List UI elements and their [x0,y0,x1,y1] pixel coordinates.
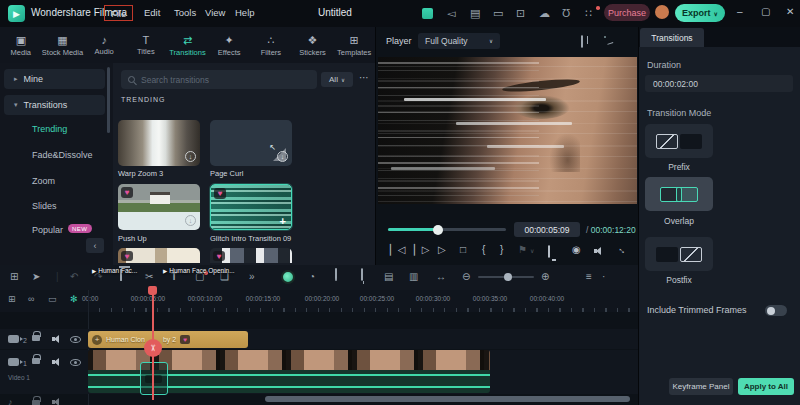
maximize-button[interactable]: ▢ [761,6,770,17]
tab-stickers[interactable]: ❖Stickers [292,27,334,63]
mode-option-prefix[interactable] [645,124,713,158]
apps-grid-icon[interactable]: ∷ [585,7,592,20]
track-manager-icon[interactable]: ≡ [586,271,592,282]
shortcut-keyboard-icon[interactable]: ▭ [493,7,503,20]
gift-icon[interactable] [422,8,433,21]
quality-dropdown[interactable]: Full Quality ∨ [418,33,500,49]
transition-thumb-partial[interactable]: ♥ [118,248,200,263]
timeline-zoom-handle[interactable] [504,273,512,281]
more-tools-icon[interactable]: » [249,271,255,282]
tab-filters[interactable]: ∴Filters [250,27,292,63]
megaphone-icon[interactable]: ◅ [447,7,455,20]
tab-effects[interactable]: ✦Effects [208,27,250,63]
snapshot-button[interactable]: ◉ [572,244,581,255]
filter-dropdown[interactable]: All ∨ [321,72,353,87]
inspector-tab-transitions[interactable]: Transitions [640,28,704,47]
transition-thumb-page-curl[interactable]: ↖ ↓ [210,120,292,166]
applied-transition-clip[interactable] [140,362,168,395]
mark-out-button[interactable]: } [500,244,503,255]
media-browser-icon[interactable]: ⊞ [10,271,18,282]
hide-track-icon[interactable] [70,335,81,345]
select-tool-icon[interactable]: ➤ [32,271,40,282]
menu-view[interactable]: View [199,5,231,21]
lock-track-icon[interactable] [32,331,40,343]
undo-icon[interactable]: ↶ [70,271,78,282]
play-button[interactable]: ▷ [438,244,446,255]
menu-help[interactable]: Help [229,5,261,21]
playhead-handle[interactable] [148,286,157,295]
menu-tools[interactable]: Tools [168,5,202,21]
close-button[interactable]: ✕ [786,6,794,17]
stop-button[interactable]: □ [460,244,466,255]
duplicate-track-icon[interactable]: ⊞ [8,294,16,304]
sidebar-item-popular[interactable]: Popular [32,225,63,235]
purchase-button[interactable]: Purchase [604,4,650,21]
tab-audio[interactable]: ♪Audio [83,27,125,63]
tab-media[interactable]: ▣Media [0,27,42,63]
keyframe-panel-button[interactable]: Keyframe Panel [669,378,733,395]
split-at-playhead-button[interactable]: ✂ [144,339,162,357]
render-preview-icon[interactable]: ▭ [48,294,57,304]
timeline-ruler[interactable]: 00:00 00:00:05:00 00:00:10:00 00:00:15:0… [0,290,638,312]
menu-file[interactable]: File [104,5,133,21]
shield-icon[interactable] [335,269,337,280]
sidebar-item-fade-dissolve[interactable]: Fade&Dissolve [32,150,93,160]
sidebar-group-mine[interactable]: ▸ Mine [4,69,105,89]
transition-thumb-partial[interactable]: ♥ [210,248,292,263]
fullscreen-button[interactable]: ↔ [618,244,628,255]
cloud-icon[interactable]: ☁ [539,7,550,20]
hide-track-icon[interactable] [70,358,81,368]
minimize-button[interactable]: – [737,6,743,17]
split-scissors-icon[interactable]: ✂ [145,271,153,282]
tab-stock-media[interactable]: ▦Stock Media [42,27,84,63]
save-icon[interactable]: ⊡ [516,7,525,20]
voiceover-mic-icon[interactable] [361,269,363,280]
auto-ripple-icon[interactable]: ✻ [70,294,78,304]
search-input[interactable] [141,75,291,85]
transition-thumb-push-up[interactable]: ♥ ↓ [118,184,200,230]
timeline-horizontal-scrollbar[interactable] [265,396,630,402]
export-device-icon[interactable]: ▥ [409,271,418,282]
zoom-out-icon[interactable]: ⊖ [462,271,470,282]
transition-thumb-glitch-intro-09[interactable]: ♥ + [210,184,292,230]
video-preview[interactable] [378,57,637,204]
mode-option-overlap[interactable] [645,177,713,211]
split-view-icon[interactable] [581,36,583,47]
sidebar-scrollbar[interactable] [107,67,110,133]
chevron-down-icon[interactable]: ∨ [530,247,534,254]
duration-input[interactable] [645,75,793,92]
export-project-icon[interactable]: ▤ [470,7,480,20]
current-timecode[interactable]: 00:00:05:09 [514,222,580,237]
collapse-sidebar-button[interactable]: ‹ [86,238,104,253]
marker-button[interactable]: ⚑ [518,244,527,255]
transition-thumb-warp-zoom-3[interactable]: ↓ [118,120,200,166]
tab-titles[interactable]: TTitles [125,27,167,63]
sidebar-item-zoom[interactable]: Zoom [32,176,55,186]
apply-to-all-button[interactable]: Apply to All [738,378,794,395]
more-options-icon[interactable]: ⋯ [359,72,369,83]
account-avatar[interactable] [655,5,669,19]
sidebar-item-slides[interactable]: Slides [32,201,57,211]
zoom-in-icon[interactable]: ⊕ [541,271,549,282]
include-trimmed-frames-toggle[interactable] [765,305,787,316]
tab-templates[interactable]: ⊞Templates [333,27,375,63]
sidebar-item-trending[interactable]: Trending [32,124,67,134]
screen-record-icon[interactable]: ▤ [384,271,393,282]
preview-on-monitor-button[interactable] [548,246,550,257]
mark-in-button[interactable]: { [482,244,485,255]
sidebar-group-transitions[interactable]: ▾ Transitions [4,95,105,115]
lock-track-icon[interactable] [32,396,40,405]
chroma-key-icon[interactable] [281,270,295,284]
mode-option-postfix[interactable] [645,237,713,271]
title-clip[interactable]: + Human Clon by 2 ♥ [88,331,248,348]
link-clips-icon[interactable]: ∞ [28,294,34,304]
tab-transitions[interactable]: ⇄Transitions [167,27,209,63]
headset-support-icon[interactable]: Ω [562,7,570,19]
playback-progress-handle[interactable] [433,225,443,235]
speed-icon[interactable]: ◔ [309,271,315,282]
next-frame-button[interactable]: ▏▷ [414,244,429,255]
export-button[interactable]: Export ∨ [675,4,725,22]
search-bar[interactable] [121,70,317,89]
lock-track-icon[interactable] [32,354,40,366]
previous-frame-button[interactable]: ▏◁ [390,244,405,255]
